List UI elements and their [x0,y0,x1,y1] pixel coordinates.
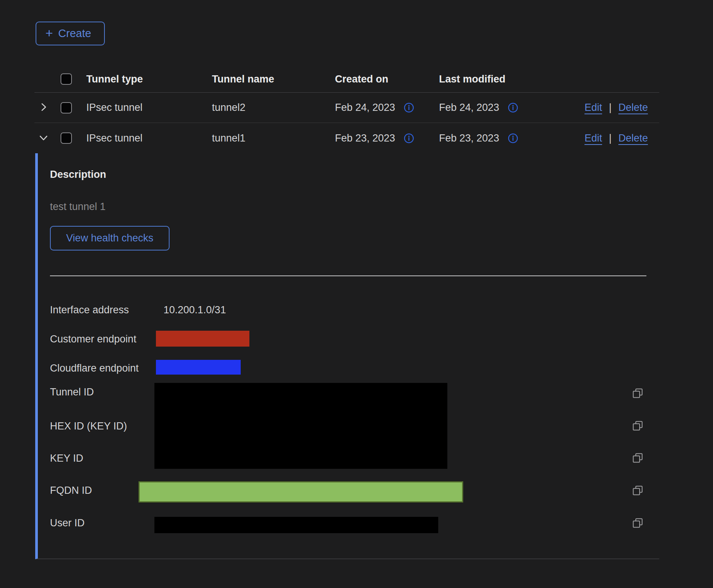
header-tunnel-type: Tunnel type [86,73,212,85]
cloudflare-endpoint-label: Cloudflare endpoint [50,362,139,374]
table-row: IPsec tunnel tunnel2 Feb 24, 2023 Feb 24… [34,93,659,123]
fqdn-id-label: FQDN ID [50,485,92,496]
copy-key-id-button[interactable] [631,452,644,465]
header-created-on: Created on [335,73,439,85]
plus-icon: + [45,26,53,39]
action-separator: | [609,132,612,144]
customer-endpoint-redaction [156,331,249,347]
interface-address-label: Interface address [50,304,129,316]
section-divider [50,275,646,276]
row-checkbox[interactable] [61,102,72,114]
copy-tunnel-id-button[interactable] [631,387,644,400]
header-tunnel-name: Tunnel name [212,73,335,85]
tunnel-detail-panel: Description test tunnel 1 View health ch… [35,153,659,559]
key-id-label: KEY ID [50,453,83,464]
description-heading: Description [50,169,106,180]
chevron-right-icon [37,101,50,114]
copy-icon [632,524,644,530]
description-value: test tunnel 1 [50,201,106,213]
collapse-row-button[interactable] [37,132,50,145]
action-separator: | [609,102,612,114]
tunnel-id-label: Tunnel ID [50,386,94,398]
edit-link[interactable]: Edit [584,102,602,114]
create-button-label: Create [58,27,91,40]
copy-icon [632,492,644,498]
copy-icon [632,459,644,465]
create-button[interactable]: + Create [36,22,105,45]
cloudflare-endpoint-redaction [156,360,241,375]
ipsec-tunnels-page: + Create Tunnel type Tunnel name Created… [0,0,713,588]
row-checkbox[interactable] [61,132,72,144]
header-checkbox-cell [52,73,86,85]
info-icon[interactable] [508,133,518,144]
view-health-checks-button[interactable]: View health checks [50,226,170,250]
chevron-down-icon [37,132,50,145]
expand-row-button[interactable] [37,101,50,114]
edit-link[interactable]: Edit [584,132,602,144]
delete-link[interactable]: Delete [618,102,648,114]
copy-fqdn-id-button[interactable] [631,484,644,497]
info-icon[interactable] [403,102,414,113]
user-id-label: User ID [50,517,85,529]
last-modified-cell: Feb 24, 2023 [439,102,499,114]
tunnel-type-cell: IPsec tunnel [86,102,212,114]
header-last-modified: Last modified [439,73,549,85]
interface-address-value: 10.200.1.0/31 [163,304,226,316]
delete-link[interactable]: Delete [618,132,648,144]
tunnel-type-cell: IPsec tunnel [86,132,212,144]
hex-id-label: HEX ID (KEY ID) [50,420,127,432]
created-on-cell: Feb 23, 2023 [335,132,395,144]
table-header-row: Tunnel type Tunnel name Created on Last … [34,66,659,93]
copy-icon [632,427,644,433]
select-all-checkbox[interactable] [61,73,72,85]
info-icon[interactable] [508,102,518,113]
last-modified-cell: Feb 23, 2023 [439,132,499,144]
fqdn-id-redaction [139,481,463,502]
customer-endpoint-label: Customer endpoint [50,333,136,345]
id-values-redaction [154,383,447,469]
user-id-redaction [154,517,438,533]
copy-user-id-button[interactable] [631,517,644,530]
copy-icon [632,395,644,400]
tunnel-name-cell: tunnel1 [212,132,335,144]
tunnel-name-cell: tunnel2 [212,102,335,114]
tunnels-table: Tunnel type Tunnel name Created on Last … [34,66,659,153]
copy-hex-id-button[interactable] [631,420,644,432]
table-row: IPsec tunnel tunnel1 Feb 23, 2023 Feb 23… [34,123,659,153]
info-icon[interactable] [403,133,414,144]
created-on-cell: Feb 24, 2023 [335,102,395,114]
